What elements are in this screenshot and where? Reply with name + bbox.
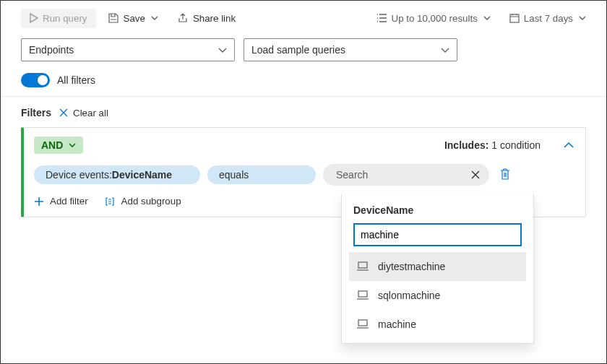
share-link-button[interactable]: Share link bbox=[170, 8, 243, 28]
chevron-down-icon bbox=[441, 48, 449, 53]
share-label: Share link bbox=[193, 13, 236, 24]
field-prefix: Device events: bbox=[46, 169, 112, 181]
value-search-pill[interactable] bbox=[323, 164, 489, 186]
includes-prefix: Includes: bbox=[444, 139, 488, 151]
scope-select-value: Endpoints bbox=[29, 44, 74, 56]
chevron-down-icon bbox=[151, 16, 158, 20]
svg-rect-0 bbox=[510, 14, 519, 22]
dropdown-search-input[interactable] bbox=[353, 223, 522, 246]
chevron-up-icon[interactable] bbox=[564, 142, 574, 148]
results-limit-button[interactable]: Up to 10,000 results bbox=[369, 9, 498, 28]
chevron-down-icon bbox=[69, 143, 76, 147]
close-icon bbox=[471, 170, 480, 179]
dropdown-option-label: machine bbox=[378, 318, 416, 330]
play-icon bbox=[30, 13, 38, 23]
dropdown-option[interactable]: diytestmachine bbox=[349, 252, 526, 281]
field-value: DeviceName bbox=[112, 169, 172, 181]
delete-condition-button[interactable] bbox=[499, 168, 514, 182]
results-limit-label: Up to 10,000 results bbox=[392, 13, 478, 24]
clear-all-button[interactable]: Clear all bbox=[59, 108, 108, 118]
trash-icon bbox=[499, 168, 511, 181]
add-filter-label: Add filter bbox=[50, 196, 88, 207]
dropdown-option-label: diytestmachine bbox=[378, 261, 445, 272]
value-search-input[interactable] bbox=[335, 168, 468, 181]
subgroup-icon bbox=[104, 196, 116, 207]
all-filters-label: All filters bbox=[57, 74, 95, 86]
value-dropdown: DeviceName diytestmachine sqlonmachine m… bbox=[341, 194, 534, 344]
save-icon bbox=[108, 12, 119, 24]
dropdown-option[interactable]: machine bbox=[349, 310, 526, 339]
field-pill[interactable]: Device events: DeviceName bbox=[34, 165, 200, 184]
laptop-icon bbox=[356, 319, 369, 329]
laptop-icon bbox=[356, 290, 369, 300]
filters-label: Filters bbox=[21, 107, 51, 118]
add-subgroup-label: Add subgroup bbox=[121, 196, 181, 207]
dropdown-option-label: sqlonmachine bbox=[378, 290, 440, 301]
svg-rect-3 bbox=[358, 320, 367, 326]
time-range-label: Last 7 days bbox=[524, 13, 573, 24]
filters-header: Filters Clear all bbox=[1, 97, 606, 127]
share-icon bbox=[177, 12, 189, 24]
run-query-label: Run query bbox=[43, 13, 87, 24]
command-bar: Run query Save Share link Up to 10,000 r… bbox=[1, 1, 606, 35]
close-icon bbox=[59, 108, 69, 118]
save-label: Save bbox=[124, 13, 145, 24]
add-filter-button[interactable]: Add filter bbox=[34, 196, 88, 207]
laptop-icon bbox=[356, 261, 369, 272]
condition-row: Device events: DeviceName equals bbox=[34, 164, 574, 186]
svg-rect-2 bbox=[358, 291, 367, 297]
all-filters-toggle[interactable] bbox=[21, 73, 50, 87]
chevron-down-icon bbox=[579, 16, 586, 20]
plus-icon bbox=[34, 196, 44, 207]
dropdown-option[interactable]: sqlonmachine bbox=[349, 281, 526, 310]
logic-operator-label: AND bbox=[41, 139, 63, 151]
includes-value: 1 condition bbox=[491, 139, 541, 151]
save-button[interactable]: Save bbox=[100, 8, 165, 28]
scope-select[interactable]: Endpoints bbox=[21, 38, 235, 61]
sample-queries-value: Load sample queries bbox=[251, 44, 345, 56]
clear-all-label: Clear all bbox=[73, 108, 108, 118]
clear-input-button[interactable] bbox=[468, 167, 483, 183]
scope-row: Endpoints Load sample queries bbox=[1, 35, 606, 69]
chevron-down-icon bbox=[483, 16, 491, 20]
dropdown-title: DeviceName bbox=[353, 204, 522, 216]
svg-rect-1 bbox=[358, 262, 367, 268]
run-query-button[interactable]: Run query bbox=[21, 9, 96, 28]
add-subgroup-button[interactable]: Add subgroup bbox=[104, 196, 181, 207]
calendar-icon bbox=[509, 13, 520, 23]
includes-summary: Includes: 1 condition bbox=[444, 139, 541, 151]
sample-queries-select[interactable]: Load sample queries bbox=[244, 38, 457, 61]
list-icon bbox=[376, 14, 387, 22]
chevron-down-icon bbox=[218, 48, 227, 53]
time-range-button[interactable]: Last 7 days bbox=[502, 9, 593, 28]
operator-label: equals bbox=[219, 169, 249, 181]
logic-operator-pill[interactable]: AND bbox=[34, 136, 83, 154]
operator-pill[interactable]: equals bbox=[207, 165, 316, 184]
all-filters-row: All filters bbox=[1, 69, 606, 97]
